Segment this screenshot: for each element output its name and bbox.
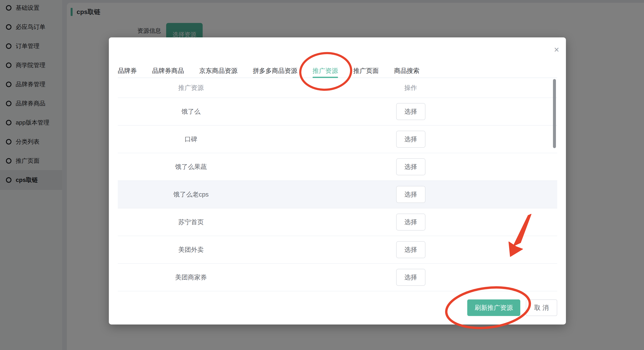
dialog-tab-bar: 品牌券 品牌券商品 京东商品资源 拼多多商品资源 推广资源 推广页面 商品搜索 xyxy=(118,66,557,78)
select-button[interactable]: 选择 xyxy=(396,103,426,120)
select-button[interactable]: 选择 xyxy=(396,131,426,148)
table-row: 美团外卖 选择 xyxy=(118,236,557,264)
cancel-button[interactable]: 取 消 xyxy=(526,299,557,316)
dialog-footer: 刷新推广资源 取 消 xyxy=(118,299,557,316)
resource-name: 口碑 xyxy=(118,135,264,144)
resource-name: 苏宁首页 xyxy=(118,218,264,227)
dialog-tab-promo-resource[interactable]: 推广资源 xyxy=(312,66,338,75)
resource-name: 美团商家券 xyxy=(118,273,264,282)
select-button[interactable]: 选择 xyxy=(396,158,426,175)
select-button[interactable]: 选择 xyxy=(396,269,426,286)
table-row: 口碑 选择 xyxy=(118,126,557,153)
table-row: 美团商家券 选择 xyxy=(118,264,557,291)
resource-name: 饿了么老cps xyxy=(118,190,264,199)
table-row-hovered: 饿了么老cps 选择 xyxy=(118,181,557,209)
select-button[interactable]: 选择 xyxy=(396,186,426,203)
dialog-tab-promo-page[interactable]: 推广页面 xyxy=(353,66,379,75)
table-scrollbar-thumb[interactable] xyxy=(553,79,556,148)
table-row: 饿了么 选择 xyxy=(118,98,557,126)
table-row: 饿了么果蔬 选择 xyxy=(118,153,557,181)
resource-name: 饿了么 xyxy=(118,107,264,116)
column-header-action: 操作 xyxy=(264,84,557,92)
select-button[interactable]: 选择 xyxy=(396,241,426,258)
resource-table: 推广资源 操作 饿了么 选择 口碑 选择 饿了么果蔬 选择 饿了么老cps 选择… xyxy=(118,78,557,291)
table-row: 苏宁首页 选择 xyxy=(118,209,557,236)
table-header-row: 推广资源 操作 xyxy=(118,78,557,98)
dialog-tab-pdd-goods[interactable]: 拼多多商品资源 xyxy=(253,66,297,75)
select-button[interactable]: 选择 xyxy=(396,214,426,231)
select-resource-dialog: × 品牌券 品牌券商品 京东商品资源 拼多多商品资源 推广资源 推广页面 商品搜… xyxy=(109,37,566,324)
dialog-tab-jd-goods[interactable]: 京东商品资源 xyxy=(199,66,238,75)
dialog-tab-goods-search[interactable]: 商品搜索 xyxy=(394,66,420,75)
refresh-promo-resource-button[interactable]: 刷新推广资源 xyxy=(467,299,520,316)
resource-name: 美团外卖 xyxy=(118,245,264,254)
resource-name: 饿了么果蔬 xyxy=(118,162,264,171)
close-icon[interactable]: × xyxy=(550,43,563,56)
column-header-resource: 推广资源 xyxy=(118,84,264,92)
dialog-tab-brand-coupon[interactable]: 品牌券 xyxy=(118,66,137,75)
dialog-tab-brand-coupon-goods[interactable]: 品牌券商品 xyxy=(152,66,184,75)
app-root: 基础设置 必应鸟订单 订单管理 商学院管理 品牌券管理 品牌券商品 xyxy=(0,0,644,350)
